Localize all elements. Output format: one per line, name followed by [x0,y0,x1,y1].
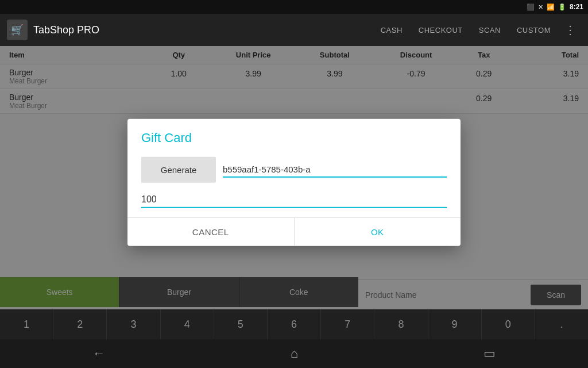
dialog-body: Gift Card Generate [127,119,461,208]
bluetooth-icon: ⬛ [527,3,535,11]
nav-actions: CASH CHECKOUT SCAN CUSTOM ⋮ [374,18,581,41]
back-button[interactable]: ← [69,342,128,366]
dialog-actions: Cancel OK [127,218,461,246]
main-content: Item Qty Unit Price Subtotal Discount Ta… [0,46,588,339]
battery-icon: 🔋 [558,3,566,11]
more-menu-button[interactable]: ⋮ [560,18,581,41]
nav-bar: 🛒 TabShop PRO CASH CHECKOUT SCAN CUSTOM … [0,14,588,46]
generate-button[interactable]: Generate [141,157,216,183]
app-title: TabShop PRO [33,24,99,36]
status-bar: ⬛ ✕ 📶 🔋 8:21 [0,0,588,14]
dialog-generate-row: Generate [141,157,447,183]
home-button[interactable]: ⌂ [268,342,321,366]
custom-button[interactable]: CUSTOM [510,21,558,39]
recent-button[interactable]: ▭ [461,342,519,366]
cash-button[interactable]: CASH [374,21,409,39]
wifi-icon: 📶 [547,3,555,11]
app-icon: 🛒 [7,20,28,40]
gift-card-dialog: Gift Card Generate Cancel OK [127,119,461,246]
app-logo: 🛒 TabShop PRO [7,20,99,40]
ok-button[interactable]: OK [295,218,461,246]
cancel-button[interactable]: Cancel [127,218,294,246]
signal-icon: ✕ [538,3,543,11]
card-code-input[interactable] [223,162,447,178]
scan-button[interactable]: SCAN [472,21,508,39]
status-time: 8:21 [570,3,583,11]
dialog-title: Gift Card [141,131,447,145]
bottom-nav: ← ⌂ ▭ [0,339,588,368]
checkout-button[interactable]: CHECKOUT [412,21,470,39]
amount-input[interactable] [141,192,447,208]
amount-row [141,192,447,208]
